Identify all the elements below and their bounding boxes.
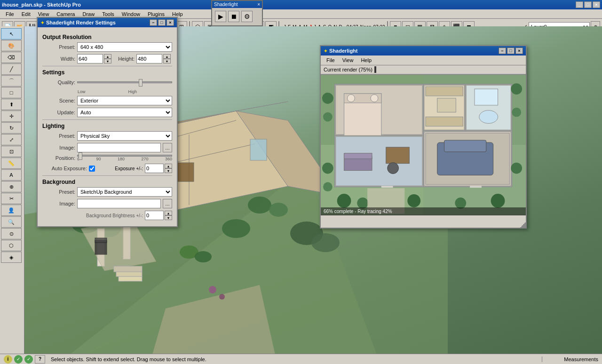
measurements-label: Measurements bbox=[564, 356, 598, 362]
walk-tool[interactable]: 👤 bbox=[1, 205, 22, 216]
close-button[interactable]: × bbox=[593, 1, 600, 8]
status-bar: i ✓ ✓ ? Select objects. Shift to extend … bbox=[0, 354, 602, 364]
auto-exposure-row: Auto Exposure: Exposure +/-: ▲ ▼ bbox=[42, 164, 172, 173]
pos-270: 270 bbox=[141, 157, 148, 161]
exposure-down-btn[interactable]: ▼ bbox=[165, 168, 172, 173]
svg-point-19 bbox=[222, 219, 250, 238]
settings-header: Settings bbox=[42, 69, 172, 76]
render-win-maximize-btn[interactable]: □ bbox=[507, 47, 515, 54]
zoom-tool-side[interactable]: 🔍 bbox=[1, 216, 22, 228]
height-input[interactable] bbox=[136, 54, 162, 63]
scene-select[interactable]: Exterior Interior bbox=[77, 96, 172, 105]
render-win-close-btn[interactable]: × bbox=[515, 47, 523, 54]
axes-tool[interactable]: ⊕ bbox=[1, 181, 22, 192]
lighting-preset-select[interactable]: Physical Sky Artificial Custom bbox=[77, 131, 172, 141]
status-icon-1[interactable]: i bbox=[4, 355, 12, 364]
auto-exposure-checkbox[interactable] bbox=[89, 166, 95, 172]
paint-tool[interactable]: 🎨 bbox=[1, 40, 22, 51]
svg-point-28 bbox=[311, 233, 340, 252]
arc-tool[interactable]: ⌒ bbox=[1, 75, 22, 87]
render-menu-file[interactable]: File bbox=[323, 56, 339, 64]
minimize-button[interactable]: _ bbox=[576, 1, 583, 8]
bg-image-input[interactable] bbox=[77, 199, 161, 208]
move-tool[interactable]: ✛ bbox=[1, 111, 22, 122]
render-settings-body: Output Resolution Preset: 640 x 480 800 … bbox=[38, 27, 177, 226]
bg-image-label: Image: bbox=[42, 201, 75, 206]
height-up-btn[interactable]: ▲ bbox=[163, 54, 171, 59]
position-thumb[interactable] bbox=[79, 152, 82, 160]
render-window-title-bar[interactable]: ✦ Shaderlight − □ × bbox=[321, 46, 526, 55]
dimensions-row: Width: ▲ ▼ Height: ▲ ▼ bbox=[42, 54, 172, 63]
exposure-input[interactable] bbox=[145, 164, 164, 173]
width-input[interactable] bbox=[77, 54, 103, 63]
lighting-header: Lighting bbox=[42, 123, 172, 129]
render-settings-title-bar[interactable]: ✦ Shaderlight Render Settings − □ × bbox=[38, 18, 177, 27]
lighting-browse-btn[interactable]: … bbox=[163, 143, 172, 152]
quality-slider-container bbox=[77, 78, 172, 87]
exposure-up-btn[interactable]: ▲ bbox=[165, 164, 172, 168]
divider-3 bbox=[42, 175, 172, 176]
orbit-tool-side[interactable]: ⊙ bbox=[1, 228, 22, 239]
measurements-area: Measurements bbox=[542, 356, 598, 362]
status-icon-3[interactable]: ✓ bbox=[24, 355, 33, 364]
resolution-preset-select[interactable]: 640 x 480 800 x 600 1024 x 768 1920 x 10… bbox=[77, 42, 172, 52]
dialog-minimize-btn[interactable]: − bbox=[150, 19, 157, 26]
scale-tool[interactable]: ⤢ bbox=[1, 134, 22, 145]
update-select[interactable]: Auto Manual bbox=[77, 108, 172, 117]
render-win-minimize-btn[interactable]: − bbox=[499, 47, 506, 54]
line-tool[interactable]: ╱ bbox=[1, 63, 22, 75]
render-menu-view[interactable]: View bbox=[339, 56, 357, 64]
quality-label: Quality: bbox=[42, 79, 75, 85]
render-stop-btn[interactable]: ⏹ bbox=[228, 11, 239, 22]
quality-slider-thumb[interactable] bbox=[139, 79, 143, 87]
width-down-btn[interactable]: ▼ bbox=[104, 59, 111, 63]
resize-grip[interactable] bbox=[520, 222, 526, 228]
eraser-tool[interactable]: ⌫ bbox=[1, 52, 22, 63]
bg-browse-btn[interactable]: … bbox=[163, 199, 172, 208]
rotate-tool[interactable]: ↻ bbox=[1, 122, 22, 134]
preset-row: Preset: 640 x 480 800 x 600 1024 x 768 1… bbox=[42, 42, 172, 52]
bg-brightness-down-btn[interactable]: ▼ bbox=[165, 215, 172, 220]
render-menu-help[interactable]: Help bbox=[357, 56, 375, 64]
quality-high-label: High bbox=[128, 89, 137, 94]
title-bar: ihouse_plan.skp - SketchUp Pro _ □ × bbox=[0, 0, 602, 9]
scene-label: Scene: bbox=[42, 98, 75, 103]
height-spinner: ▲ ▼ bbox=[163, 54, 171, 63]
offset-tool[interactable]: ⊡ bbox=[1, 146, 22, 157]
bg-preset-select[interactable]: SketchUp Background Custom Color Custom … bbox=[77, 187, 172, 197]
render-play-btn[interactable]: ▶ bbox=[215, 11, 226, 22]
width-up-btn[interactable]: ▲ bbox=[104, 54, 111, 59]
menu-file[interactable]: File bbox=[2, 10, 18, 18]
shaderlight-mini-toolbar: Shaderlight × ▶ ⏹ ⚙ bbox=[211, 0, 263, 26]
position-label: Position: bbox=[42, 155, 75, 161]
bg-brightness-input[interactable] bbox=[145, 211, 164, 220]
shaderlight-mini-title-bar[interactable]: Shaderlight × bbox=[212, 1, 262, 8]
select-tool[interactable]: ↖ bbox=[1, 28, 22, 40]
text-tool[interactable]: A bbox=[1, 169, 22, 181]
shape-tools[interactable]: □ bbox=[1, 87, 22, 98]
menu-edit[interactable]: Edit bbox=[18, 10, 34, 18]
bg-brightness-up-btn[interactable]: ▲ bbox=[165, 211, 172, 215]
render-status-indicator bbox=[374, 66, 376, 73]
lighting-image-row: Image: … bbox=[42, 143, 172, 152]
bg-brightness-row: Background Brightness +/-: ▲ ▼ bbox=[42, 211, 172, 220]
status-icon-2[interactable]: ✓ bbox=[14, 355, 23, 364]
position-slider-container: 0 90 180 270 360 bbox=[77, 155, 172, 161]
maximize-button[interactable]: □ bbox=[584, 1, 592, 8]
bg-preset-row: Preset: SketchUp Background Custom Color… bbox=[42, 187, 172, 197]
svg-point-35 bbox=[219, 294, 225, 300]
dialog-close-btn[interactable]: × bbox=[166, 19, 174, 26]
dialog-maximize-btn[interactable]: □ bbox=[158, 19, 166, 26]
shaderlight-mini-close[interactable]: × bbox=[257, 2, 260, 7]
svg-point-26 bbox=[195, 251, 212, 262]
push-pull-tool[interactable]: ⬆ bbox=[1, 99, 22, 110]
render-settings-btn[interactable]: ⚙ bbox=[241, 11, 253, 22]
tape-tool[interactable]: 📏 bbox=[1, 158, 22, 169]
lighting-image-input[interactable] bbox=[77, 143, 161, 152]
components-btn[interactable]: ⬡ bbox=[1, 240, 22, 251]
height-down-btn[interactable]: ▼ bbox=[163, 59, 171, 63]
bg-image-row: Image: … bbox=[42, 199, 172, 208]
materials-btn[interactable]: ◈ bbox=[1, 252, 22, 263]
section-tool[interactable]: ✂ bbox=[1, 193, 22, 204]
help-icon[interactable]: ? bbox=[35, 355, 45, 364]
